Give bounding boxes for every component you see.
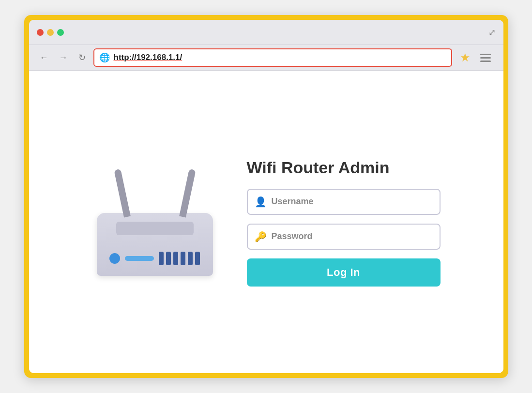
antennas — [124, 168, 186, 217]
url-text: http://192.168.1.1/ — [114, 53, 182, 62]
router-illustration — [92, 168, 218, 276]
browser-window: ⤢ ← → ↻ 🌐 http://192.168.1.1/ ★ — [24, 15, 508, 378]
address-bar[interactable]: 🌐 http://192.168.1.1/ — [93, 48, 452, 67]
refresh-button[interactable]: ↻ — [76, 50, 89, 65]
router-body — [97, 213, 213, 276]
forward-button[interactable]: → — [56, 51, 71, 65]
page-title: Wifi Router Admin — [247, 158, 441, 177]
username-input[interactable] — [272, 196, 433, 207]
led-bar — [125, 256, 154, 261]
close-button[interactable] — [37, 29, 44, 36]
hamburger-icon — [478, 52, 493, 64]
password-input[interactable] — [272, 231, 433, 242]
port-bars — [159, 252, 200, 265]
username-input-wrap: 👤 — [247, 189, 441, 215]
login-panel: Wifi Router Admin 👤 🔑 Log In — [247, 158, 441, 287]
port-3 — [173, 252, 178, 265]
traffic-lights — [37, 29, 64, 36]
router-top-panel — [116, 222, 194, 235]
antenna-left — [114, 169, 130, 218]
back-button[interactable]: ← — [37, 51, 51, 65]
port-6 — [195, 252, 200, 265]
minimize-button[interactable] — [47, 29, 54, 36]
user-icon: 👤 — [255, 196, 267, 208]
title-bar: ⤢ — [29, 20, 503, 45]
nav-bar: ← → ↻ 🌐 http://192.168.1.1/ ★ — [29, 45, 503, 71]
port-2 — [166, 252, 171, 265]
page-content: Wifi Router Admin 👤 🔑 Log In — [29, 71, 503, 373]
antenna-right — [179, 169, 196, 218]
bookmark-button[interactable]: ★ — [460, 51, 471, 64]
browser-chrome: ⤢ ← → ↻ 🌐 http://192.168.1.1/ ★ — [29, 20, 503, 373]
login-button[interactable]: Log In — [247, 258, 441, 287]
expand-icon[interactable]: ⤢ — [488, 27, 496, 38]
menu-button[interactable] — [475, 50, 496, 66]
maximize-button[interactable] — [57, 29, 64, 36]
port-4 — [181, 252, 185, 265]
key-icon: 🔑 — [255, 231, 267, 242]
password-input-wrap: 🔑 — [247, 224, 441, 250]
globe-icon: 🌐 — [99, 52, 110, 63]
router-ports — [109, 252, 200, 265]
port-1 — [159, 252, 164, 265]
led-dot — [109, 253, 120, 264]
port-5 — [188, 252, 193, 265]
